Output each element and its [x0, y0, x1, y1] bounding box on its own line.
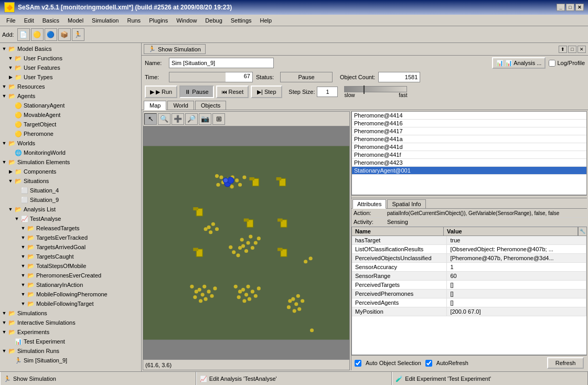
- tree-monitoring-world[interactable]: ▶ 🌐 MonitoringWorld: [1, 148, 140, 157]
- toolbar-btn-4[interactable]: 📦: [58, 28, 71, 41]
- expand-user-features[interactable]: ▼: [7, 65, 14, 71]
- expand-pc[interactable]: ▼: [20, 272, 26, 279]
- list-item[interactable]: Pheromone@441a: [352, 135, 586, 143]
- tree-user-features[interactable]: ▼ 📂 User Features: [1, 63, 140, 72]
- expand-model-basics[interactable]: ▼: [1, 46, 7, 52]
- close-panel-btn[interactable]: ✕: [578, 46, 586, 53]
- expand-sa[interactable]: ▼: [20, 282, 26, 288]
- tree-movable-agent[interactable]: ▶ 🟡 MovableAgent: [1, 110, 140, 120]
- menu-settings[interactable]: Settings: [227, 16, 256, 25]
- toolbar-btn-1[interactable]: 📄: [17, 28, 30, 41]
- select-tool-btn[interactable]: ↖: [144, 113, 157, 125]
- restore-panel-btn[interactable]: ⬆: [559, 46, 567, 53]
- minimize-button[interactable]: _: [557, 4, 565, 11]
- sort-btn[interactable]: 🔧: [578, 227, 586, 236]
- statusbar-btn-3[interactable]: 🧪 Edit Experiment 'Test Experiment': [392, 372, 588, 385]
- expand-ts[interactable]: ▼: [20, 263, 26, 269]
- log-profile-check[interactable]: Log/Profile: [549, 60, 585, 67]
- expand-ta[interactable]: ▼: [20, 244, 26, 250]
- tree-user-types[interactable]: ▶ 📁 User Types: [1, 72, 140, 82]
- expand-resources[interactable]: ▼: [1, 83, 7, 90]
- tree-mobile-target[interactable]: ▼ 📂 MobileFollowingTarget: [1, 299, 140, 308]
- tree-situation-9[interactable]: ▶ ⬜ Situation_9: [1, 195, 140, 205]
- expand-agents[interactable]: ▼: [1, 93, 7, 99]
- tree-worlds[interactable]: ▼ 📂 Worlds: [1, 138, 140, 148]
- tab-map[interactable]: Map: [144, 101, 166, 110]
- tree-user-functions[interactable]: ▼ 📂 User Functions: [1, 54, 140, 63]
- list-item[interactable]: Pheromone@4423: [352, 159, 586, 167]
- tree-components[interactable]: ▶ 📁 Components: [1, 167, 140, 176]
- maximize-button[interactable]: □: [566, 4, 574, 11]
- tree-test-experiment[interactable]: ▶ 📊 Test Experiment: [1, 337, 140, 346]
- list-item[interactable]: Pheromone@441d: [352, 143, 586, 151]
- tree-model-basics[interactable]: ▼ 📂 Model Basics: [1, 44, 140, 54]
- expand-rt[interactable]: ▼: [20, 225, 26, 231]
- expand-analysis[interactable]: ▼: [7, 206, 14, 212]
- maximize-panel-btn[interactable]: □: [568, 46, 576, 53]
- tree-released-targets[interactable]: ▼ 📂 ReleasedTargets: [1, 223, 140, 233]
- layout-btn[interactable]: ⊞: [212, 113, 225, 125]
- list-item[interactable]: Pheromone@4414: [352, 112, 586, 120]
- tree-experiments[interactable]: ▼ 📂 Experiments: [1, 327, 140, 337]
- analysis-button[interactable]: 📊 📊 Analysis ...: [492, 57, 546, 69]
- expand-components[interactable]: ▶: [7, 168, 14, 175]
- menu-debug[interactable]: Debug: [201, 16, 226, 25]
- list-item[interactable]: Pheromone@441f: [352, 151, 586, 159]
- tree-target-object[interactable]: ▶ 🟡 TargetObject: [1, 120, 140, 129]
- refresh-button[interactable]: Refresh: [547, 357, 584, 369]
- tree-stationary-action[interactable]: ▼ 📂 StationaryInAction: [1, 280, 140, 290]
- tree-situation-4[interactable]: ▶ ⬜ Situation_4: [1, 186, 140, 195]
- log-checkbox[interactable]: [549, 60, 555, 67]
- tab-objects[interactable]: Objects: [195, 101, 226, 110]
- tree-test-analyse[interactable]: ▼ 📈 TestAnalyse: [1, 214, 140, 223]
- tree-pheromone[interactable]: ▶ 🟡 Pheromone: [1, 129, 140, 138]
- tree-analysis-list[interactable]: ▼ 📂 Analysis List: [1, 205, 140, 214]
- expand-mp[interactable]: ▼: [20, 291, 26, 297]
- tab-world[interactable]: World: [167, 101, 194, 110]
- tree-sim-runs[interactable]: ▼ 📂 Simulation Runs: [1, 346, 140, 356]
- expand-user-types[interactable]: ▶: [7, 74, 14, 80]
- statusbar-btn-2[interactable]: 📈 Edit Analysis 'TestAnalyse': [196, 372, 392, 385]
- tab-spatial-info[interactable]: Spatial Info: [387, 199, 425, 208]
- run-button[interactable]: ▶ ▶ Run: [145, 85, 177, 98]
- tab-attributes[interactable]: Attributes: [352, 199, 386, 209]
- menu-edit[interactable]: Edit: [20, 16, 38, 25]
- toolbar-btn-2[interactable]: 🟡: [31, 28, 44, 41]
- zoom-in-btn[interactable]: ➕: [172, 113, 184, 125]
- list-item[interactable]: Pheromone@4416: [352, 120, 586, 127]
- tree-interactive-sims[interactable]: ▼ 📂 Interactive Simulations: [1, 318, 140, 327]
- tree-stationary-agent[interactable]: ▶ 🟡 StationaryAgent: [1, 101, 140, 110]
- auto-obj-checkbox[interactable]: [355, 360, 361, 367]
- tree-sim-situation-9[interactable]: ▶ 🏃 Sim [Situation_9]: [1, 356, 140, 365]
- menu-model[interactable]: Model: [63, 16, 88, 25]
- expand-experiments[interactable]: ▼: [1, 329, 7, 335]
- tree-targets-tracked[interactable]: ▼ 📂 TargetsEverTracked: [1, 233, 140, 242]
- statusbar-btn-1[interactable]: 🏃 Show Simulation: [0, 372, 196, 385]
- name-input[interactable]: [169, 58, 274, 68]
- reset-button[interactable]: ⏮ Reset: [216, 85, 249, 98]
- toolbar-btn-5[interactable]: 🏃: [72, 28, 84, 41]
- tree-agents[interactable]: ▼ 📂 Agents: [1, 91, 140, 101]
- close-button[interactable]: ✕: [575, 4, 584, 11]
- menu-simulation[interactable]: Simulation: [88, 16, 123, 25]
- obj-count-input[interactable]: [378, 72, 420, 82]
- expand-sim-runs[interactable]: ▼: [1, 348, 7, 354]
- tree-resources[interactable]: ▼ 📂 Resources: [1, 82, 140, 91]
- expand-situations[interactable]: ▼: [7, 178, 14, 184]
- menu-file[interactable]: File: [2, 16, 20, 25]
- list-item[interactable]: Pheromone@4417: [352, 127, 586, 135]
- menu-basics[interactable]: Basics: [38, 16, 63, 25]
- tree-mobile-pheromone[interactable]: ▼ 📂 MobileFollowingPheromone: [1, 290, 140, 299]
- toolbar-btn-3[interactable]: 🔵: [45, 28, 57, 41]
- expand-worlds[interactable]: ▼: [1, 140, 7, 146]
- expand-simulations[interactable]: ▼: [1, 310, 7, 316]
- menu-help[interactable]: Help: [256, 16, 276, 25]
- expand-sim-elements[interactable]: ▼: [1, 159, 7, 165]
- menu-window[interactable]: Window: [172, 16, 201, 25]
- zoom-in-small-btn[interactable]: 🔍: [158, 113, 170, 125]
- expand-tt[interactable]: ▼: [20, 234, 26, 241]
- pause-button[interactable]: ⏸ Pause: [179, 85, 213, 98]
- camera-btn[interactable]: 📷: [199, 113, 211, 125]
- expand-interactive[interactable]: ▼: [1, 319, 7, 326]
- step-size-input[interactable]: [317, 87, 338, 97]
